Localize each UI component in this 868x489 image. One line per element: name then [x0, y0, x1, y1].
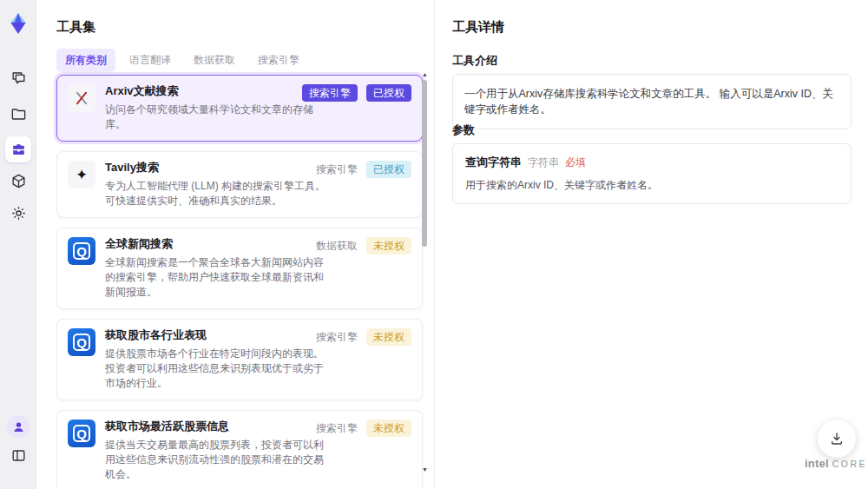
intro-heading: 工具介绍	[452, 53, 497, 69]
tool-badges: 搜索引擎 未授权	[316, 328, 411, 346]
tool-description: 全球新闻搜索是一个聚合全球各大新闻网站内容的搜索引擎，帮助用户快速获取全球最新资…	[105, 255, 329, 300]
page-title: 工具集	[56, 19, 95, 36]
news-icon: Q	[68, 237, 95, 265]
download-button[interactable]	[818, 420, 856, 458]
intel-wordmark: intel	[805, 457, 829, 470]
tool-card[interactable]: Q 获取市场最活跃股票信息 提供当天交易量最高的股票列表，投资者可以利用这些信息…	[56, 410, 423, 489]
tool-card[interactable]: Q 获取股市各行业表现 提供股票市场各个行业在特定时间段内的表现。投资者可以利用…	[56, 319, 423, 400]
param-required-label: 必填	[565, 155, 586, 170]
param-description: 用于搜索的Arxiv ID、关键字或作者姓名。	[465, 178, 838, 193]
scroll-up-arrow[interactable]: ▲	[422, 71, 428, 77]
panel-toggle-icon[interactable]	[8, 445, 29, 466]
arxiv-icon	[68, 84, 95, 112]
tool-status-badge: 未授权	[366, 420, 411, 437]
gear-icon[interactable]	[8, 202, 29, 223]
core-wordmark: CORE	[832, 459, 867, 469]
tool-card[interactable]: Q 全球新闻搜索 全球新闻搜索是一个聚合全球各大新闻网站内容的搜索引擎，帮助用户…	[56, 228, 423, 309]
tool-status-badge: 已授权	[366, 161, 411, 178]
app-window: 工具集 所有类别语言翻译数据获取搜索引擎 Arxiv文献搜索 访问各个研究领域大…	[0, 0, 868, 489]
tool-category-badge: 搜索引擎	[316, 421, 358, 436]
detail-title: 工具详情	[452, 19, 504, 36]
params-heading: 参数	[452, 122, 475, 138]
tool-card[interactable]: Arxiv文献搜索 访问各个研究领域大量科学论文和文章的存储库。 搜索引擎 已授…	[56, 75, 423, 142]
tool-category-badge: 搜索引擎	[302, 84, 358, 102]
tool-description: 提供当天交易量最高的股票列表，投资者可以利用这些信息来识别流动性强的股票和潜在的…	[105, 438, 329, 482]
tool-status-badge: 未授权	[366, 237, 411, 254]
category-tab-2[interactable]: 数据获取	[185, 49, 244, 72]
tool-category-badge: 搜索引擎	[316, 162, 358, 177]
tool-detail-panel: 工具详情 工具介绍 一个用于从Arxiv存储库搜索科学论文和文章的工具。 输入可…	[434, 0, 868, 489]
tool-description: 专为人工智能代理 (LLM) 构建的搜索引擎工具。可快速提供实时、准确和真实的结…	[105, 179, 329, 208]
toolbox-icon[interactable]	[5, 136, 31, 162]
tool-badges: 搜索引擎 已授权	[302, 84, 411, 102]
param-name: 查询字符串	[465, 155, 522, 170]
cube-icon[interactable]	[8, 170, 29, 191]
param-box: 查询字符串 字符串 必填 用于搜索的Arxiv ID、关键字或作者姓名。	[452, 143, 852, 204]
tool-card[interactable]: ✦ Tavily搜索 专为人工智能代理 (LLM) 构建的搜索引擎工具。可快速提…	[56, 151, 423, 218]
tool-category-badge: 数据获取	[316, 239, 358, 254]
app-logo-icon	[7, 12, 30, 35]
left-sidebar	[0, 0, 36, 489]
intro-text-box: 一个用于从Arxiv存储库搜索科学论文和文章的工具。 输入可以是Arxiv ID…	[452, 74, 852, 129]
tool-category-badge: 搜索引擎	[316, 330, 358, 345]
folder-icon[interactable]	[8, 103, 29, 124]
tool-badges: 数据获取 未授权	[316, 237, 411, 254]
tool-list-panel: 工具集 所有类别语言翻译数据获取搜索引擎 Arxiv文献搜索 访问各个研究领域大…	[36, 0, 434, 489]
sparkle-icon: ✦	[68, 161, 95, 188]
tool-description: 提供股票市场各个行业在特定时间段内的表现。投资者可以利用这些信息来识别表现优于或…	[105, 347, 329, 391]
tool-status-badge: 未授权	[366, 328, 411, 346]
param-item: 查询字符串 字符串 必填 用于搜索的Arxiv ID、关键字或作者姓名。	[465, 155, 838, 193]
chat-icon[interactable]	[8, 67, 29, 88]
category-tab-1[interactable]: 语言翻译	[121, 49, 180, 72]
tool-status-badge: 已授权	[366, 84, 411, 102]
download-icon	[829, 431, 845, 446]
category-tab-3[interactable]: 搜索引擎	[249, 49, 308, 72]
intel-core-logo: intel CORE	[805, 457, 867, 470]
tool-badges: 搜索引擎 未授权	[316, 420, 411, 437]
user-icon[interactable]	[7, 415, 30, 438]
news-icon: Q	[68, 420, 95, 447]
tool-cards-list: Arxiv文献搜索 访问各个研究领域大量科学论文和文章的存储库。 搜索引擎 已授…	[56, 75, 423, 489]
scrollbar-thumb[interactable]	[422, 80, 427, 247]
category-tab-0[interactable]: 所有类别	[56, 49, 115, 72]
news-icon: Q	[68, 328, 95, 356]
category-tabs: 所有类别语言翻译数据获取搜索引擎	[56, 49, 308, 72]
param-type: 字符串	[528, 155, 559, 170]
tool-description: 访问各个研究领域大量科学论文和文章的存储库。	[105, 102, 329, 132]
scroll-down-arrow[interactable]: ▼	[422, 466, 428, 472]
tool-badges: 搜索引擎 已授权	[316, 161, 411, 178]
